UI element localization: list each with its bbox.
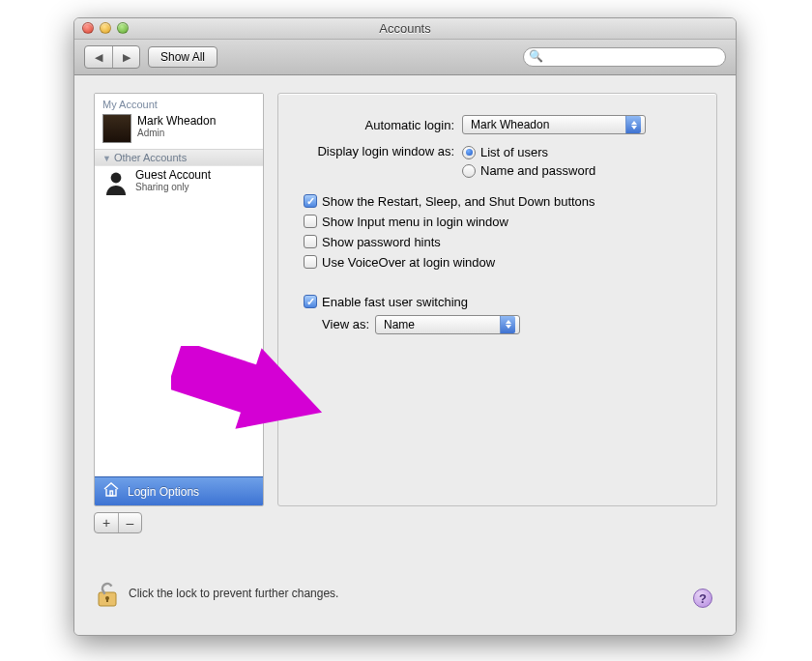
radio-name-and-password[interactable]: Name and password [462,163,595,178]
radio-dot-icon [462,164,476,178]
avatar [102,114,131,143]
add-remove-segment: + – [94,512,142,533]
accounts-sidebar: My Account Mark Wheadon Admin ▼Other Acc… [94,93,264,506]
view-as-value: Name [384,318,415,331]
lock-icon[interactable] [94,579,121,608]
radio-list-of-users[interactable]: List of users [462,145,548,159]
automatic-login-select[interactable]: Mark Wheadon [462,115,646,134]
other-accounts-header[interactable]: ▼Other Accounts [95,149,263,166]
toolbar: ◀ ▶ Show All 🔍 [74,40,736,75]
stepper-cap-icon [625,116,641,133]
checkbox-icon [304,255,317,269]
house-icon [102,481,120,502]
checkbox-icon [304,194,317,208]
view-as-select[interactable]: Name [375,315,520,334]
back-button[interactable]: ◀ [85,46,112,68]
account-name: Mark Wheadon [137,114,216,128]
sidebar-item-my-account[interactable]: Mark Wheadon Admin [95,112,263,149]
search-input[interactable] [523,47,726,67]
account-role: Admin [137,128,216,138]
help-button[interactable]: ? [693,589,712,608]
display-login-label: Display login window as: [278,144,462,158]
checkbox-icon [304,215,317,228]
accounts-window: Accounts ◀ ▶ Show All 🔍 My Account Mark … [73,17,737,636]
search-wrap: 🔍 [523,47,726,67]
guest-silhouette-icon [102,168,130,198]
stepper-cap-icon [500,316,515,333]
checkbox-use-voiceover[interactable]: Use VoiceOver at login window [304,255,716,270]
zoom-button[interactable] [117,22,129,34]
remove-account-button[interactable]: – [118,513,141,532]
checkbox-icon [304,235,317,248]
radio-dot-icon [462,146,476,159]
minimize-button[interactable] [100,22,111,34]
checkbox-show-input-menu[interactable]: Show Input menu in login window [304,215,716,229]
automatic-login-value: Mark Wheadon [471,118,549,131]
content-area: My Account Mark Wheadon Admin ▼Other Acc… [74,75,736,635]
close-button[interactable] [82,22,94,34]
checkbox-icon [304,295,317,308]
lock-row: Click the lock to prevent further change… [94,579,338,608]
forward-button[interactable]: ▶ [112,46,139,68]
svg-rect-1 [110,491,113,496]
checkbox-show-password-hints[interactable]: Show password hints [304,235,716,249]
settings-panel: Automatic login: Mark Wheadon Display lo… [277,93,717,506]
svg-point-0 [111,173,122,184]
disclosure-triangle-icon: ▼ [102,154,111,163]
guest-role: Sharing only [135,182,211,192]
guest-name: Guest Account [135,168,211,182]
nav-segment: ◀ ▶ [84,45,140,69]
svg-rect-5 [106,598,108,602]
view-as-label: View as: [304,317,375,331]
sidebar-item-guest[interactable]: Guest Account Sharing only [95,166,263,204]
sidebar-item-login-options[interactable]: Login Options [95,476,263,505]
traffic-lights [82,22,129,34]
my-account-header: My Account [95,94,263,112]
window-title: Accounts [379,21,430,36]
checkbox-fast-user-switching[interactable]: Enable fast user switching [304,295,716,309]
search-icon: 🔍 [529,49,543,63]
add-account-button[interactable]: + [95,513,118,532]
checkbox-show-restart[interactable]: Show the Restart, Sleep, and Shut Down b… [304,194,716,209]
titlebar[interactable]: Accounts [74,18,736,40]
show-all-button[interactable]: Show All [148,46,218,68]
lock-text: Click the lock to prevent further change… [129,587,338,600]
automatic-login-label: Automatic login: [278,118,462,132]
login-options-label: Login Options [128,485,199,499]
